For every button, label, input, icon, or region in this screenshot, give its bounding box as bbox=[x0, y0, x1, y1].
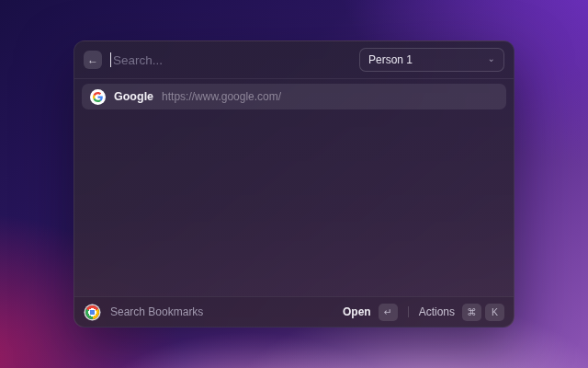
cmd-key-badge: ⌘ bbox=[462, 304, 481, 321]
search-header: ← Person 1 ⌄ bbox=[74, 41, 514, 78]
result-title: Google bbox=[114, 90, 153, 103]
google-logo-icon bbox=[90, 89, 106, 105]
k-key-badge: K bbox=[485, 304, 504, 321]
return-key-badge: ↵ bbox=[379, 304, 398, 321]
back-button[interactable]: ← bbox=[84, 51, 102, 69]
search-field-wrap bbox=[110, 41, 351, 78]
chrome-logo-icon bbox=[85, 305, 99, 319]
arrow-left-icon: ← bbox=[87, 54, 98, 65]
result-url: https://www.google.com/ bbox=[162, 90, 281, 103]
open-action-label[interactable]: Open bbox=[343, 305, 371, 318]
results-list: Google https://www.google.com/ bbox=[74, 79, 514, 296]
profile-dropdown-value: Person 1 bbox=[368, 53, 482, 66]
actions-menu-label[interactable]: Actions bbox=[419, 305, 455, 318]
profile-dropdown[interactable]: Person 1 ⌄ bbox=[359, 48, 504, 72]
result-row-google[interactable]: Google https://www.google.com/ bbox=[82, 84, 506, 109]
footer-actions-divider bbox=[408, 306, 409, 317]
footer-bar: Search Bookmarks Open ↵ Actions ⌘ K bbox=[74, 296, 514, 327]
search-input[interactable] bbox=[111, 53, 351, 67]
footer-source-label: Search Bookmarks bbox=[110, 305, 203, 318]
launcher-window: ← Person 1 ⌄ Google https://www.google.c… bbox=[74, 40, 514, 328]
actions-key-combo: ⌘ K bbox=[462, 304, 504, 321]
chevron-down-icon: ⌄ bbox=[488, 54, 495, 63]
